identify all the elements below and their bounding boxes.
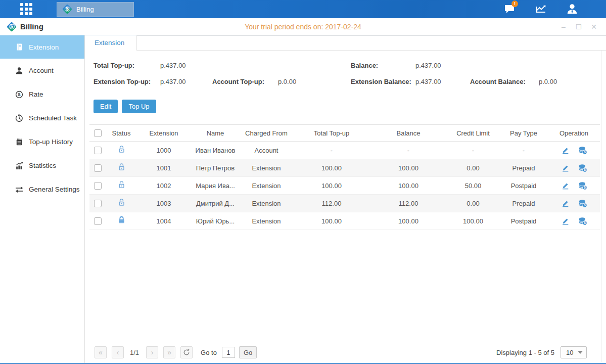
reports-icon: [534, 3, 548, 15]
close-button[interactable]: ✕: [590, 23, 598, 31]
reports-button[interactable]: [532, 2, 549, 17]
last-page-button[interactable]: »: [163, 346, 175, 358]
topup-coins-icon: $: [578, 217, 587, 225]
edit-pencil-icon: [561, 164, 570, 172]
sidebar-item-statistics[interactable]: Statistics: [0, 154, 84, 177]
cell-extension: 1004: [136, 212, 191, 230]
goto-label: Go to: [201, 349, 217, 356]
sidebar-item-label: Scheduled Task: [29, 114, 77, 122]
table-row: 1004 Юрий Юрь... Extension 100.00 100.00…: [89, 212, 600, 230]
cell-credit-limit: -: [447, 142, 499, 159]
cell-charged-from: Extension: [240, 212, 293, 230]
row-checkbox[interactable]: [94, 164, 102, 172]
table-row: 1001 Петр Петров Extension 100.00 100.00…: [89, 159, 600, 177]
sidebar-item-label: Statistics: [29, 162, 56, 169]
row-checkbox[interactable]: [94, 200, 102, 207]
col-extension: Extension: [136, 125, 191, 142]
sidebar-item-label: Rate: [29, 90, 43, 98]
balance-value: p.437.00: [415, 62, 470, 69]
row-edit-button[interactable]: [561, 164, 570, 172]
row-edit-button[interactable]: [561, 146, 570, 155]
lock-open-icon[interactable]: [117, 163, 126, 171]
balance-summary: Total Top-up: p.437.00 Extension Top-up:…: [94, 61, 606, 94]
extension-balance-value: p.437.00: [415, 78, 470, 85]
svg-text:$: $: [584, 221, 586, 225]
page-size-select[interactable]: 10: [561, 346, 587, 358]
cell-pay-type: Prepaid: [499, 159, 548, 177]
tab-extension[interactable]: Extension: [85, 35, 137, 51]
tab-strip-filler: [137, 35, 606, 51]
row-checkbox[interactable]: [94, 147, 102, 154]
lock-open-icon[interactable]: [117, 198, 126, 207]
cell-total-topup: -: [293, 142, 370, 159]
topup-coins-icon: $: [578, 199, 587, 208]
row-edit-button[interactable]: [561, 217, 570, 225]
row-checkbox[interactable]: [94, 182, 102, 190]
row-topup-button[interactable]: $: [578, 217, 587, 225]
user-icon: [566, 3, 579, 16]
topup-coins-icon: $: [578, 181, 587, 190]
top-up-button[interactable]: Top Up: [122, 100, 156, 113]
goto-page-input[interactable]: [222, 347, 235, 358]
refresh-button[interactable]: [180, 346, 193, 358]
svg-text:$: $: [584, 168, 586, 172]
tab-strip: Extension: [85, 35, 606, 51]
balance-label: Balance:: [351, 62, 415, 69]
billing-app-icon: $: [62, 4, 72, 14]
cell-name: Иван Иванов: [191, 142, 240, 159]
row-checkbox[interactable]: [94, 217, 102, 225]
lock-open-icon[interactable]: [117, 180, 126, 189]
cell-extension: 1002: [136, 177, 191, 195]
account-topup-value: p.0.00: [278, 78, 296, 85]
col-balance: Balance: [370, 125, 447, 142]
go-button[interactable]: Go: [239, 346, 257, 358]
billing-window-icon: $: [7, 22, 17, 32]
svg-text:$: $: [18, 92, 21, 97]
sidebar-item-rate[interactable]: $ Rate: [0, 82, 84, 106]
sidebar-item-extension[interactable]: Extension: [0, 35, 84, 59]
cell-total-topup: 100.00: [293, 177, 370, 195]
row-edit-button[interactable]: [561, 181, 570, 190]
sidebar-item-scheduled-task[interactable]: Scheduled Task: [0, 106, 84, 130]
cell-pay-type: Postpaid: [499, 212, 548, 230]
cell-balance: 112.00: [370, 195, 447, 212]
col-total-topup: Total Top-up: [293, 125, 370, 142]
messages-button[interactable]: !: [501, 2, 518, 17]
minimize-button[interactable]: –: [560, 23, 568, 31]
row-topup-button[interactable]: $: [578, 199, 587, 208]
prev-page-button[interactable]: ‹: [112, 346, 124, 358]
extension-table-body: 1000 Иван Иванов Account - - - -: [89, 142, 600, 230]
select-all-checkbox[interactable]: [94, 129, 102, 137]
cell-name: Юрий Юрь...: [191, 212, 240, 230]
extension-balance-label: Extension Balance:: [351, 78, 415, 85]
billing-window: $ Billing !: [0, 0, 606, 364]
row-topup-button[interactable]: $: [578, 164, 587, 172]
next-page-button[interactable]: ›: [146, 346, 158, 358]
first-page-button[interactable]: «: [95, 346, 107, 358]
lock-closed-icon[interactable]: [117, 216, 126, 224]
main-panel: Extension Total Top-up: p.437.00 Extensi…: [85, 35, 606, 363]
app-grid-button[interactable]: [17, 0, 36, 18]
edit-button[interactable]: Edit: [94, 100, 118, 113]
sidebar-item-account[interactable]: Account: [0, 59, 84, 82]
lock-open-icon[interactable]: [117, 145, 126, 154]
extension-topup-label: Extension Top-up:: [94, 78, 160, 85]
user-menu-button[interactable]: [564, 2, 581, 17]
sidebar-item-label: Account: [29, 67, 54, 74]
topup-coins-icon: $: [578, 146, 587, 155]
cell-credit-limit: 50.00: [447, 177, 499, 195]
cell-charged-from: Account: [240, 142, 293, 159]
row-topup-button[interactable]: $: [578, 181, 587, 190]
cell-total-topup: 112.00: [293, 195, 370, 212]
sidebar-item-topup-history[interactable]: Top-up History: [0, 130, 84, 154]
cell-total-topup: 100.00: [293, 159, 370, 177]
sidebar-item-general-settings[interactable]: General Settings: [0, 177, 84, 201]
maximize-button[interactable]: ☐: [575, 23, 583, 31]
table-row: 1003 Дмитрий Д... Extension 112.00 112.0…: [89, 195, 600, 212]
cell-credit-limit: 100.00: [447, 212, 499, 230]
topup-history-notebook-icon: [15, 138, 23, 146]
taskbar-tab-billing[interactable]: $ Billing: [57, 2, 134, 17]
edit-pencil-icon: [561, 181, 570, 190]
row-edit-button[interactable]: [561, 199, 570, 208]
row-topup-button[interactable]: $: [578, 146, 587, 155]
